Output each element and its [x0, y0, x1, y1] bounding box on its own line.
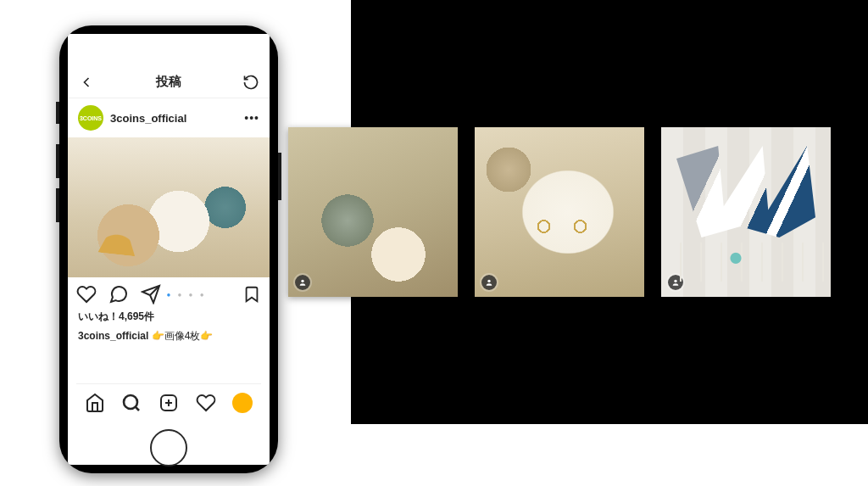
app-header: 投稿	[68, 66, 270, 98]
bookmark-icon[interactable]	[242, 285, 261, 304]
avatar[interactable]: 3COINS	[78, 105, 103, 131]
tab-add[interactable]	[159, 393, 179, 413]
tab-search[interactable]	[121, 393, 142, 413]
caption-username[interactable]: 3coins_official	[78, 330, 148, 342]
chevron-left-icon	[78, 74, 95, 91]
home-icon	[85, 393, 105, 413]
svg-point-8	[487, 280, 490, 282]
thumbnail-row	[288, 127, 831, 297]
thumbnail-2[interactable]	[475, 127, 644, 297]
user-icon	[671, 278, 680, 287]
carousel-indicator: ● ● ● ●	[131, 291, 242, 299]
post-caption: 3coins_official 👉画像4枚👉	[68, 326, 270, 344]
heart-icon[interactable]	[76, 284, 97, 304]
reload-button[interactable]	[242, 74, 259, 91]
more-button[interactable]: •••	[244, 111, 259, 125]
post-header: 3COINS 3coins_official •••	[68, 98, 270, 137]
user-icon	[298, 278, 307, 287]
tagged-user-badge[interactable]	[295, 275, 310, 290]
tab-home[interactable]	[85, 393, 105, 413]
post-action-bar: ● ● ● ●	[68, 277, 270, 308]
caption-text: 👉画像4枚👉	[152, 330, 214, 342]
phone-frame: 投稿 3COINS 3coins_official ••• ● ● ● ● いい…	[59, 25, 278, 473]
thumbnail-3[interactable]	[661, 127, 831, 297]
page-title: 投稿	[156, 74, 181, 90]
phone-screen: 投稿 3COINS 3coins_official ••• ● ● ● ● いい…	[68, 34, 270, 465]
comment-icon[interactable]	[108, 284, 129, 304]
tab-profile[interactable]	[232, 393, 253, 413]
reload-icon	[242, 74, 259, 91]
svg-line-3	[136, 406, 139, 410]
heart-outline-icon	[196, 393, 216, 413]
tagged-user-badge[interactable]	[481, 275, 497, 290]
thumbnail-1[interactable]	[288, 127, 458, 297]
add-icon	[159, 393, 179, 413]
post-image-carousel[interactable]	[68, 137, 270, 277]
svg-point-7	[301, 280, 303, 282]
tab-activity[interactable]	[196, 393, 216, 413]
svg-point-2	[124, 395, 137, 409]
post-username[interactable]: 3coins_official	[110, 112, 244, 125]
tab-bar	[76, 383, 261, 421]
user-icon	[485, 278, 493, 287]
search-icon	[121, 393, 142, 413]
tagged-user-badge[interactable]	[668, 275, 683, 290]
likes-count[interactable]: いいね！4,695件	[68, 308, 270, 326]
back-button[interactable]	[78, 74, 95, 91]
svg-point-9	[674, 280, 676, 282]
phone-home-button	[150, 429, 187, 466]
